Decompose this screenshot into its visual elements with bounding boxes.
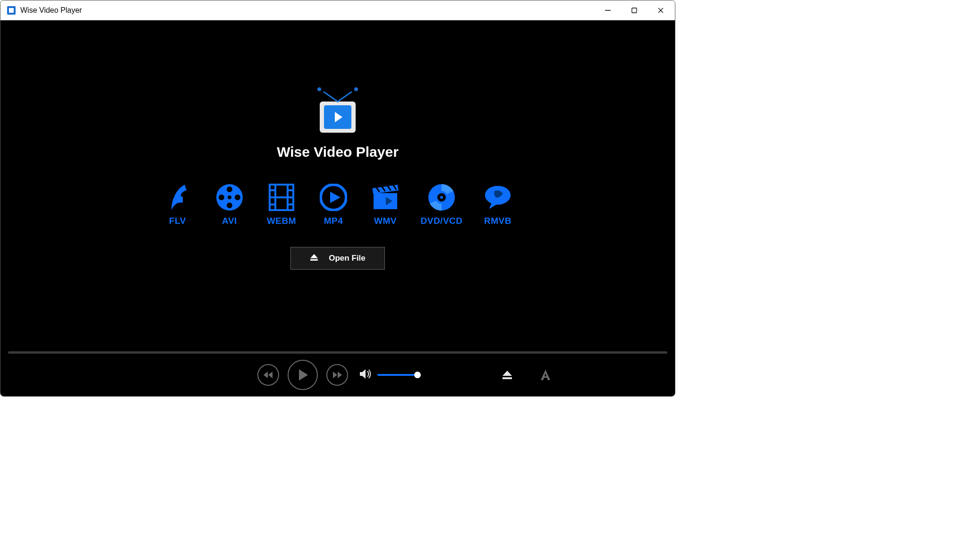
film-icon [268,184,295,211]
svg-marker-33 [310,254,318,258]
formats-row: FLV AVI WEBM [161,184,514,226]
svg-point-9 [228,195,231,199]
format-dvd-vcd: DVD/VCD [421,184,462,226]
subtitle-button[interactable] [539,369,552,381]
format-avi: AVI [213,184,246,226]
format-rmvb: RMVB [481,184,514,226]
svg-point-5 [227,187,232,192]
svg-marker-20 [330,192,341,203]
close-button[interactable] [647,0,674,20]
svg-point-6 [227,203,232,208]
minimize-button[interactable] [595,0,621,20]
flash-icon [164,184,191,211]
content-area: Wise Video Player FLV AVI [0,20,675,396]
playback-controls [0,354,675,396]
volume-thumb[interactable] [414,372,421,378]
tv-antenna-icon [319,88,357,101]
titlebar: Wise Video Player [0,0,675,20]
format-label: WMV [374,216,397,226]
svg-point-7 [219,195,224,200]
svg-marker-41 [503,371,512,376]
svg-rect-42 [503,377,512,379]
svg-point-8 [235,195,240,200]
svg-point-30 [440,196,443,199]
open-file-button[interactable]: Open File [290,247,385,270]
svg-rect-21 [374,193,397,209]
format-mp4: MP4 [317,184,350,226]
chat-icon [484,184,511,211]
play-button[interactable] [288,360,318,390]
svg-marker-35 [268,372,273,378]
format-label: AVI [222,216,237,226]
svg-marker-38 [333,372,337,378]
disc-icon [428,184,455,211]
format-flv: FLV [161,184,194,226]
format-label: MP4 [324,216,343,226]
svg-rect-34 [310,259,318,261]
splash-stage: Wise Video Player FLV AVI [0,20,675,351]
svg-marker-36 [264,372,268,378]
app-window: Wise Video Player Wise Video Player [0,0,675,397]
tv-icon [320,102,356,133]
app-icon [7,6,16,15]
play-disc-icon [320,184,347,211]
format-wmv: WMV [369,184,402,226]
app-name-label: Wise Video Player [277,144,399,160]
volume-slider[interactable] [377,374,418,376]
window-title: Wise Video Player [20,6,82,15]
clapper-icon [372,184,399,211]
volume-icon[interactable] [359,369,372,381]
svg-marker-37 [299,369,308,381]
format-label: DVD/VCD [421,216,463,226]
format-label: WEBM [267,216,296,226]
format-webm: WEBM [265,184,298,226]
eject-icon [310,254,318,263]
volume-control [359,369,418,381]
maximize-button[interactable] [621,0,647,20]
format-label: FLV [169,216,186,226]
format-label: RMVB [484,216,511,226]
eject-button[interactable] [502,370,512,380]
rewind-button[interactable] [257,364,279,386]
svg-marker-40 [360,369,366,379]
reel-icon [216,184,243,211]
app-logo: Wise Video Player [277,88,399,160]
svg-marker-39 [338,372,342,378]
forward-button[interactable] [326,364,348,386]
svg-rect-1 [632,8,637,13]
open-file-label: Open File [329,254,365,263]
